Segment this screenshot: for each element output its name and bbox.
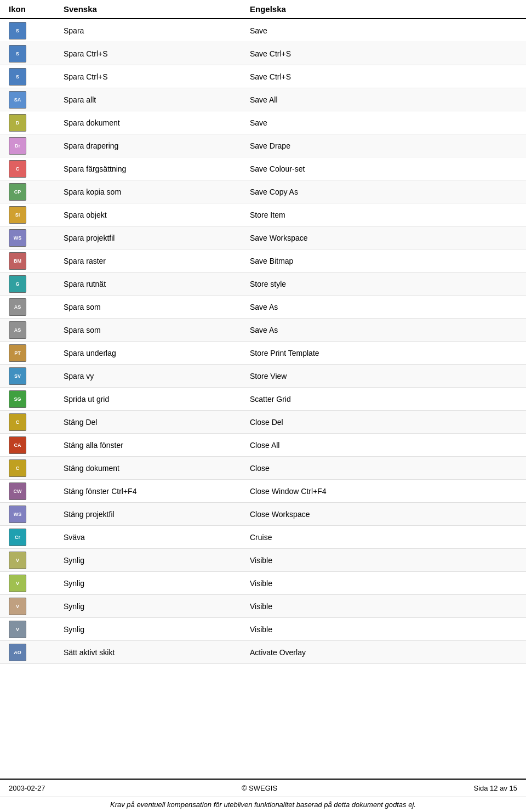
icon-cell: AS	[9, 321, 64, 339]
col-header-engelska: Engelska	[250, 4, 517, 14]
icon-cell: CP	[9, 183, 64, 201]
row-icon: SA	[9, 91, 26, 109]
row-icon: CP	[9, 183, 26, 201]
row-icon: CA	[9, 436, 26, 454]
engelska-text: Close Window Ctrl+F4	[250, 487, 517, 496]
svenska-text: Synlig	[64, 625, 250, 634]
icon-symbol: C	[10, 161, 25, 177]
engelska-text: Save Workspace	[250, 234, 517, 242]
row-icon: Dr	[9, 137, 26, 155]
icon-symbol: CW	[10, 484, 25, 499]
svenska-text: Stäng fönster Ctrl+F4	[64, 487, 250, 496]
engelska-text: Store Print Template	[250, 349, 517, 357]
table-row: V Synlig Visible	[0, 595, 526, 618]
row-icon: V	[9, 621, 26, 638]
svenska-text: Spara raster	[64, 257, 250, 265]
table-row: G Spara rutnät Store style	[0, 272, 526, 296]
icon-symbol: Cr	[10, 530, 25, 545]
svenska-text: Spara Ctrl+S	[64, 49, 250, 58]
table-row: CW Stäng fönster Ctrl+F4 Close Window Ct…	[0, 480, 526, 503]
svenska-text: Spara dokument	[64, 118, 250, 127]
row-icon: SV	[9, 367, 26, 385]
icon-symbol: S	[10, 46, 25, 61]
footer-page: Sida 12 av 15	[473, 784, 517, 792]
table-row: BM Spara raster Save Bitmap	[0, 249, 526, 272]
icon-symbol: SV	[10, 368, 25, 384]
table-row: SV Spara vy Store View	[0, 365, 526, 388]
table-row: C Spara färgsättning Save Colour-set	[0, 157, 526, 180]
icon-cell: WS	[9, 506, 64, 523]
engelska-text: Store View	[250, 372, 517, 381]
engelska-text: Visible	[250, 556, 517, 565]
svenska-text: Sväva	[64, 533, 250, 542]
page: Ikon Svenska Engelska S Spara Save S Spa…	[0, 0, 526, 812]
table-row: AS Spara som Save As	[0, 296, 526, 319]
svenska-text: Spara vy	[64, 372, 250, 381]
table-row: WS Stäng projektfil Close Workspace	[0, 503, 526, 526]
icon-cell: Cr	[9, 529, 64, 546]
icon-symbol: V	[10, 576, 25, 591]
engelska-text: Save Copy As	[250, 188, 517, 196]
engelska-text: Activate Overlay	[250, 648, 517, 657]
row-icon: V	[9, 552, 26, 569]
icon-symbol: C	[10, 461, 25, 476]
icon-cell: S	[9, 22, 64, 39]
table-row: Cr Sväva Cruise	[0, 526, 526, 549]
table-row: S Spara Ctrl+S Save Ctrl+S	[0, 42, 526, 65]
svenska-text: Stäng dokument	[64, 464, 250, 473]
engelska-text: Save As	[250, 303, 517, 311]
svenska-text: Spara projektfil	[64, 234, 250, 242]
col-header-icon: Ikon	[9, 4, 64, 14]
icon-cell: D	[9, 114, 64, 132]
engelska-text: Save	[250, 26, 517, 35]
icon-cell: AS	[9, 298, 64, 316]
svenska-text: Spara objekt	[64, 211, 250, 219]
table-row: WS Spara projektfil Save Workspace	[0, 226, 526, 249]
engelska-text: Visible	[250, 602, 517, 611]
icon-cell: C	[9, 413, 64, 431]
engelska-text: Save Ctrl+S	[250, 49, 517, 58]
icon-cell: Dr	[9, 137, 64, 155]
icon-symbol: SA	[10, 92, 25, 107]
svenska-text: Synlig	[64, 579, 250, 588]
icon-cell: C	[9, 459, 64, 477]
row-icon: SI	[9, 206, 26, 224]
table-row: CP Spara kopia som Save Copy As	[0, 180, 526, 203]
icon-cell: S	[9, 68, 64, 86]
table-row: S Spara Save	[0, 19, 526, 42]
svenska-text: Stäng Del	[64, 418, 250, 427]
engelska-text: Visible	[250, 625, 517, 634]
table-row: SA Spara allt Save All	[0, 88, 526, 111]
icon-symbol: CA	[10, 438, 25, 453]
icon-cell: S	[9, 45, 64, 63]
icon-cell: WS	[9, 229, 64, 247]
icon-cell: V	[9, 621, 64, 638]
engelska-text: Save As	[250, 326, 517, 334]
icon-cell: CW	[9, 482, 64, 500]
svenska-text: Sprida ut grid	[64, 395, 250, 404]
engelska-text: Save All	[250, 95, 517, 104]
table-row: D Spara dokument Save	[0, 111, 526, 134]
engelska-text: Store style	[250, 280, 517, 288]
icon-symbol: WS	[10, 230, 25, 246]
engelska-text: Scatter Grid	[250, 395, 517, 404]
icon-cell: AO	[9, 644, 64, 661]
table-row: C Stäng Del Close Del	[0, 411, 526, 434]
row-icon: D	[9, 114, 26, 132]
icon-symbol: AO	[10, 645, 25, 660]
svenska-text: Spara kopia som	[64, 188, 250, 196]
svenska-text: Spara allt	[64, 95, 250, 104]
svenska-text: Synlig	[64, 602, 250, 611]
engelska-text: Close Del	[250, 418, 517, 427]
row-icon: WS	[9, 506, 26, 523]
icon-symbol: S	[10, 69, 25, 84]
table-row: SG Sprida ut grid Scatter Grid	[0, 388, 526, 411]
icon-symbol: AS	[10, 299, 25, 315]
table-row: S Spara Ctrl+S Save Ctrl+S	[0, 65, 526, 88]
row-icon: C	[9, 160, 26, 178]
svenska-text: Spara drapering	[64, 141, 250, 150]
row-icon: Cr	[9, 529, 26, 546]
icon-symbol: S	[10, 23, 25, 38]
table-row: CA Stäng alla fönster Close All	[0, 434, 526, 457]
table-row: AS Spara som Save As	[0, 319, 526, 342]
